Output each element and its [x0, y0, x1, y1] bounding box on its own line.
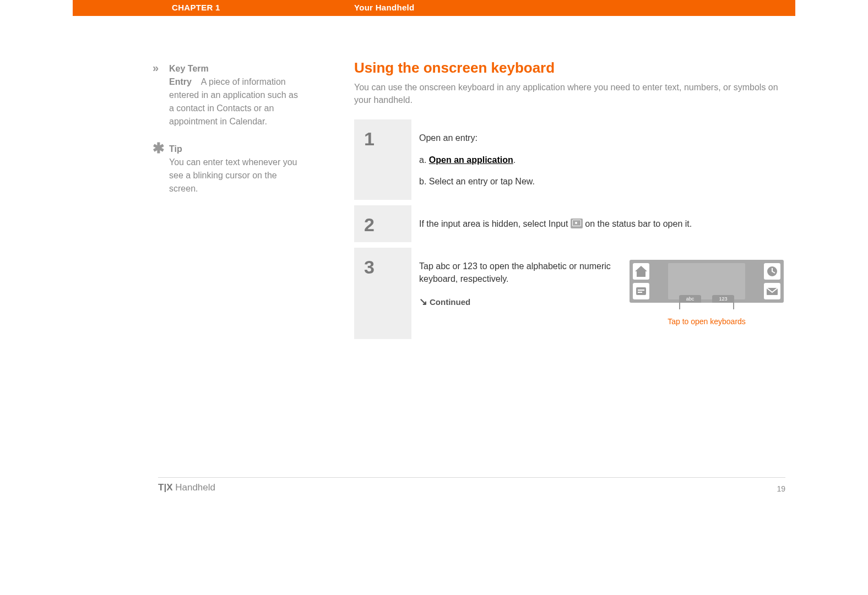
keyterm-callout: » Key Term Entry A piece of information … — [153, 62, 304, 128]
step-lead: Open an entry: — [419, 132, 784, 144]
product-name-rest: Handheld — [172, 482, 215, 493]
diagram-caption: Tap to open keyboards — [668, 316, 746, 327]
step-3: 3 Tap abc or 123 to open the alphabetic … — [354, 248, 795, 339]
step-1: 1 Open an entry: a. Open an application.… — [354, 119, 795, 200]
keyterm-term: Entry — [169, 77, 192, 86]
sidebar: » Key Term Entry A piece of information … — [153, 62, 304, 210]
asterisk-icon: ✱ — [153, 143, 169, 154]
input-icon — [571, 219, 583, 228]
tip-body: Tip You can enter text whenever you see … — [169, 143, 304, 195]
svg-rect-0 — [636, 287, 646, 295]
find-icon — [633, 283, 649, 299]
substep-b: b. Select an entry or tap New. — [419, 175, 784, 188]
svg-rect-2 — [638, 292, 642, 293]
callout-line — [733, 302, 734, 309]
step-number: 3 — [354, 248, 410, 339]
intro-paragraph: You can use the onscreen keyboard in any… — [354, 81, 795, 106]
input-area-diagram: abc 123 Tap to open keyboards — [630, 260, 784, 327]
mail-icon — [764, 283, 780, 299]
open-application-link[interactable]: Open an application — [429, 155, 513, 165]
document-page: CHAPTER 1 Your Handheld » Key Term Entry… — [73, 0, 795, 500]
writing-area — [668, 263, 745, 299]
arrow-down-right-icon: ↘ — [419, 294, 427, 309]
step-content: If the input area is hidden, select Inpu… — [410, 205, 795, 242]
step-2-text: If the input area is hidden, select Inpu… — [419, 217, 784, 230]
svg-rect-1 — [638, 290, 644, 291]
keyterm-heading: Key Term — [169, 62, 304, 75]
substep-a-prefix: a. — [419, 155, 429, 165]
tip-heading: Tip — [169, 143, 304, 156]
section-label: Your Handheld — [354, 3, 414, 12]
steps-list: 1 Open an entry: a. Open an application.… — [354, 119, 795, 339]
substep-a: a. Open an application. — [419, 154, 784, 166]
tip-callout: ✱ Tip You can enter text whenever you se… — [153, 143, 304, 195]
chapter-label: CHAPTER 1 — [172, 3, 220, 12]
callout-lines — [679, 302, 734, 309]
step-2-after: on the status bar to open it. — [583, 219, 692, 228]
page-number: 19 — [777, 484, 785, 493]
substeps: a. Open an application. b. Select an ent… — [419, 154, 784, 188]
continued-indicator: ↘Continued — [419, 294, 619, 309]
input-bar-illustration: abc 123 — [630, 260, 784, 303]
chevrons-icon: » — [153, 62, 169, 73]
keyterm-body: Key Term Entry A piece of information en… — [169, 62, 304, 128]
main-content: Using the onscreen keyboard You can use … — [354, 59, 795, 345]
step-text: If the input area is hidden, select Inpu… — [419, 217, 784, 230]
step-2-before: If the input area is hidden, select Inpu… — [419, 219, 571, 228]
header-bar: CHAPTER 1 Your Handheld — [73, 0, 795, 16]
substep-a-suffix: . — [513, 155, 516, 165]
step-3-text: Tap abc or 123 to open the alphabetic or… — [419, 260, 619, 285]
step-content: Tap abc or 123 to open the alphabetic or… — [410, 248, 795, 339]
page-title: Using the onscreen keyboard — [354, 59, 795, 77]
123-tab: 123 — [712, 295, 734, 303]
product-name-bold: T|X — [158, 482, 172, 493]
continued-label: Continued — [430, 297, 470, 307]
home-icon — [633, 263, 649, 280]
callout-line — [679, 302, 680, 309]
footer-product: T|X Handheld — [158, 482, 215, 493]
clock-icon — [764, 263, 780, 280]
tip-text: You can enter text whenever you see a bl… — [169, 157, 297, 193]
footer-rule — [158, 477, 785, 478]
step-content: Open an entry: a. Open an application. b… — [410, 119, 795, 200]
step-number: 1 — [354, 119, 410, 200]
step-2: 2 If the input area is hidden, select In… — [354, 205, 795, 242]
step-text: Open an entry: a. Open an application. b… — [419, 132, 784, 188]
step-number: 2 — [354, 205, 410, 242]
abc-tab: abc — [679, 295, 701, 303]
step-text: Tap abc or 123 to open the alphabetic or… — [419, 260, 619, 327]
